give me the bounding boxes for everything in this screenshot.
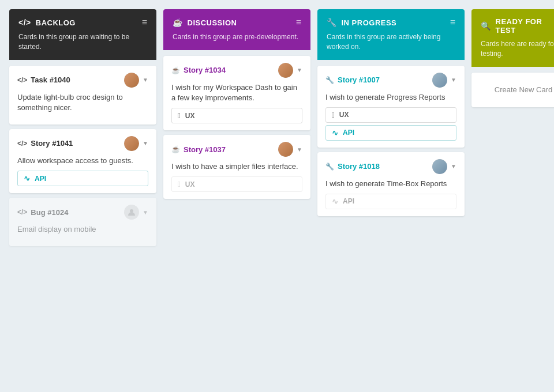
tag-label-api-gray: API bbox=[343, 197, 354, 205]
card-header-right: ▼ bbox=[432, 159, 456, 174]
card-body-bug-1024: Email display on mobile bbox=[17, 224, 148, 235]
card-body-story-1041: Allow workspace access to guests. bbox=[17, 156, 148, 166]
column-inprogress: 🔧 IN PROGRESS ≡ Cards in this group are … bbox=[317, 9, 465, 383]
card-header: ☕ Story #1034 ▼ bbox=[171, 63, 302, 78]
tag-label-ux-gray: UX bbox=[185, 180, 195, 189]
story-type-icon: </> bbox=[17, 140, 27, 148]
column-description-inprogress: Cards in this group are actively being w… bbox=[327, 32, 455, 52]
column-header-backlog: </> BACKLOG ≡ Cards in this group are wa… bbox=[9, 9, 156, 60]
avatar-story-1018 bbox=[432, 159, 447, 174]
column-title-readyfortest: 🔍 READY FOR TEST bbox=[481, 17, 554, 35]
chevron-down-icon[interactable]: ▼ bbox=[143, 77, 148, 83]
card-body-story-1037: I wish to have a simpler files interface… bbox=[171, 161, 302, 172]
card-id-task-1040: Task #1040 bbox=[31, 76, 70, 84]
card-task-1040[interactable]: </> Task #1040 ▼ Update light-bulb croc … bbox=[9, 66, 156, 125]
card-id-bug-1024: Bug #1024 bbox=[31, 208, 68, 217]
avatar-img bbox=[124, 73, 139, 88]
card-id-story-1041: Story #1041 bbox=[31, 139, 73, 148]
card-tags:  UX ∿ API bbox=[325, 107, 456, 141]
column-title-discussion: ☕ DISCUSSION bbox=[173, 18, 237, 27]
story-type-icon-1018: 🔧 bbox=[325, 163, 334, 171]
avatar-story-1041 bbox=[124, 136, 139, 151]
column-title-label: BACKLOG bbox=[36, 18, 76, 27]
column-header-inprogress: 🔧 IN PROGRESS ≡ Cards in this group are … bbox=[317, 9, 465, 60]
tag-label-api: API bbox=[35, 175, 46, 183]
column-backlog: </> BACKLOG ≡ Cards in this group are wa… bbox=[9, 9, 156, 383]
card-tags: ∿ API bbox=[325, 194, 456, 209]
card-title-group: </> Task #1040 bbox=[17, 76, 70, 84]
column-title-inprogress: 🔧 IN PROGRESS bbox=[327, 18, 396, 27]
avatar-img bbox=[278, 63, 293, 78]
card-title-group: 🔧 Story #1007 bbox=[325, 76, 380, 84]
apple-icon:  bbox=[332, 111, 335, 119]
card-header: </> Story #1041 ▼ bbox=[17, 136, 148, 151]
discussion-cards-list: ☕ Story #1034 ▼ I wish for my Workspace … bbox=[163, 56, 310, 199]
column-menu-icon-discussion[interactable]: ≡ bbox=[296, 17, 301, 28]
column-title-label-inprogress: IN PROGRESS bbox=[342, 18, 397, 27]
card-title-group: ☕ Story #1037 bbox=[171, 145, 226, 154]
card-tags:  UX bbox=[171, 108, 302, 123]
card-header-right: ▼ bbox=[278, 142, 302, 157]
apple-icon-gray:  bbox=[178, 180, 181, 189]
card-header: 🔧 Story #1007 ▼ bbox=[325, 73, 456, 88]
card-tags:  UX bbox=[171, 176, 302, 192]
card-body-task-1040: Update light-bulb croc design to somethi… bbox=[17, 92, 148, 113]
column-description-backlog: Cards in this group are waiting to be st… bbox=[18, 32, 147, 52]
tag-label-ux: UX bbox=[339, 111, 349, 119]
create-new-card-button[interactable]: Create New Card bbox=[471, 73, 554, 107]
wifi-icon-gray: ∿ bbox=[332, 197, 338, 206]
card-story-1037[interactable]: ☕ Story #1037 ▼ I wish to have a simpler… bbox=[163, 135, 310, 199]
inprogress-cards-list: 🔧 Story #1007 ▼ I wish to generate Progr… bbox=[317, 66, 465, 216]
card-body-story-1007: I wish to generate Progress Reports bbox=[325, 92, 456, 103]
column-menu-icon[interactable]: ≡ bbox=[142, 17, 147, 28]
column-description-discussion: Cards in this group are pre-development. bbox=[173, 32, 301, 42]
chevron-down-icon[interactable]: ▼ bbox=[451, 163, 456, 169]
card-header-right: ▼ bbox=[278, 63, 302, 78]
card-tags: ∿ API bbox=[17, 171, 148, 186]
task-type-icon: </> bbox=[17, 76, 27, 84]
card-title-group: ☕ Story #1034 bbox=[171, 66, 226, 74]
card-title-group: </> Bug #1024 bbox=[17, 208, 68, 217]
tag-api-gray-1018: ∿ API bbox=[325, 194, 456, 209]
column-menu-icon-inprogress[interactable]: ≡ bbox=[450, 17, 455, 28]
column-title-label-readyfortest: READY FOR TEST bbox=[496, 17, 555, 35]
chevron-down-icon[interactable]: ▼ bbox=[143, 140, 148, 146]
avatar-placeholder bbox=[124, 205, 139, 220]
tag-ux-gray:  UX bbox=[171, 176, 302, 192]
story-type-icon-1037: ☕ bbox=[171, 145, 180, 153]
column-title-backlog: </> BACKLOG bbox=[18, 18, 76, 27]
tag-label-api: API bbox=[343, 129, 354, 137]
card-story-1034[interactable]: ☕ Story #1034 ▼ I wish for my Workspace … bbox=[163, 56, 310, 130]
chevron-down-icon[interactable]: ▼ bbox=[451, 77, 456, 83]
tag-api: ∿ API bbox=[17, 171, 148, 186]
story-type-icon-1007: 🔧 bbox=[325, 76, 334, 84]
wifi-icon: ∿ bbox=[332, 129, 338, 137]
chevron-down-icon[interactable]: ▼ bbox=[297, 67, 302, 73]
avatar-story-1037 bbox=[278, 142, 293, 157]
create-new-card-label: Create New Card bbox=[495, 85, 552, 94]
card-header: </> Bug #1024 ▼ bbox=[17, 205, 148, 220]
story-type-icon-1034: ☕ bbox=[171, 66, 180, 74]
apple-icon:  bbox=[178, 111, 181, 120]
card-story-1041[interactable]: </> Story #1041 ▼ Allow workspace access… bbox=[9, 129, 156, 193]
column-discussion: ☕ DISCUSSION ≡ Cards in this group are p… bbox=[163, 9, 310, 383]
card-story-1018[interactable]: 🔧 Story #1018 ▼ I wish to generate Time-… bbox=[317, 152, 465, 216]
chevron-down-icon[interactable]: ▼ bbox=[143, 209, 148, 216]
column-description-readyfortest: Cards here are ready for testing. bbox=[481, 39, 554, 59]
card-bug-1024[interactable]: </> Bug #1024 ▼ Email display on mobile bbox=[9, 198, 156, 246]
wrench-icon: 🔧 bbox=[327, 18, 337, 27]
card-header: </> Task #1040 ▼ bbox=[17, 73, 148, 88]
chevron-down-icon[interactable]: ▼ bbox=[297, 146, 302, 153]
code-icon: </> bbox=[18, 18, 31, 27]
card-id-story-1034: Story #1034 bbox=[184, 66, 226, 74]
card-id-story-1018: Story #1018 bbox=[338, 162, 380, 171]
wifi-icon: ∿ bbox=[24, 174, 30, 183]
card-header-right: ▼ bbox=[432, 73, 456, 88]
tag-api-1007: ∿ API bbox=[325, 125, 456, 141]
card-header: ☕ Story #1037 ▼ bbox=[171, 142, 302, 157]
avatar-task-1040 bbox=[124, 73, 139, 88]
column-header-discussion: ☕ DISCUSSION ≡ Cards in this group are p… bbox=[163, 9, 310, 50]
card-story-1007[interactable]: 🔧 Story #1007 ▼ I wish to generate Progr… bbox=[317, 66, 465, 148]
card-header-right: ▼ bbox=[124, 136, 148, 151]
card-id-story-1007: Story #1007 bbox=[338, 76, 380, 84]
